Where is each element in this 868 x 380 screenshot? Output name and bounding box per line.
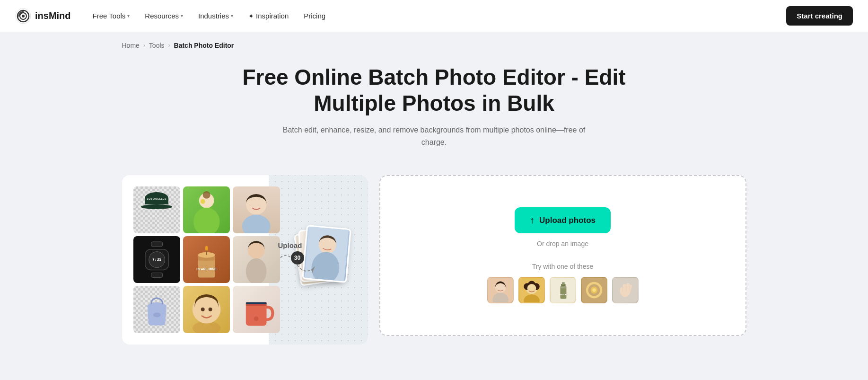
left-panel: LOS ANGELES: [122, 175, 368, 345]
sample-thumb-4[interactable]: [581, 277, 607, 303]
sample-thumbnails: PARFUM: [487, 277, 639, 303]
photo-cell-watch: 7:35: [133, 236, 180, 283]
sample-thumb-5[interactable]: [612, 277, 639, 303]
main-content: Home › Tools › Batch Photo Editor Free O…: [103, 32, 765, 345]
logo-icon: [15, 8, 31, 24]
chevron-down-icon: ▾: [127, 13, 130, 18]
logo-text: insMind: [35, 10, 71, 21]
smiling-person: [233, 186, 280, 233]
photo-cell-kid: [183, 286, 230, 333]
chevron-down-icon: ▾: [231, 13, 233, 18]
svg-point-3: [22, 15, 25, 18]
hero-subtitle: Batch edit, enhance, resize, and remove …: [283, 124, 586, 148]
svg-rect-10: [151, 242, 162, 247]
svg-point-20: [205, 246, 208, 251]
hero-section: Free Online Batch Photo Editor - Edit Mu…: [122, 57, 746, 164]
breadcrumb-tools[interactable]: Tools: [149, 42, 165, 49]
nav-item-inspiration[interactable]: ✦ Inspiration: [242, 8, 295, 24]
svg-point-54: [592, 288, 596, 292]
svg-point-44: [527, 284, 536, 293]
upload-label: Upload: [278, 241, 316, 249]
drop-text: Or drop an image: [537, 240, 588, 247]
try-sample-text: Try with one of these: [532, 263, 593, 270]
svg-point-7: [201, 199, 205, 203]
logo[interactable]: insMind: [15, 8, 71, 24]
breadcrumb-separator: ›: [168, 42, 170, 49]
sample-thumb-1[interactable]: [487, 277, 514, 303]
person-silhouette: [183, 186, 230, 233]
svg-point-26: [201, 308, 205, 311]
coffee-mug: [233, 286, 280, 333]
spark-icon: ✦: [248, 12, 254, 20]
svg-rect-49: [560, 286, 566, 289]
main-nav: Free Tools ▾ Resources ▾ Industries ▾ ✦ …: [86, 8, 787, 24]
svg-point-22: [246, 258, 267, 283]
chevron-down-icon: ▾: [181, 13, 183, 18]
photo-cell-green-jacket: [183, 186, 230, 233]
nav-item-resources[interactable]: Resources ▾: [138, 8, 190, 24]
svg-point-9: [242, 214, 271, 233]
nav-item-pricing[interactable]: Pricing: [297, 8, 332, 24]
sample-thumb-3[interactable]: PARFUM: [550, 277, 576, 303]
breadcrumb: Home › Tools › Batch Photo Editor: [122, 32, 746, 57]
photo-cell-candle: PEARL MINE: [183, 236, 230, 283]
photo-cell-bag: [133, 286, 180, 333]
svg-text:PEARL MINE: PEARL MINE: [196, 267, 217, 270]
photo-cell-hat: LOS ANGELES: [133, 186, 180, 233]
photo-cell-mug: [233, 286, 280, 333]
upload-panel: ↑ Upload photos Or drop an image Try wit…: [379, 175, 746, 336]
sample-thumb-2[interactable]: [518, 277, 545, 303]
svg-text:PARFUM: PARFUM: [559, 294, 567, 296]
breadcrumb-current: Batch Photo Editor: [174, 42, 234, 49]
svg-rect-11: [151, 273, 162, 277]
fashion-model: [233, 236, 280, 283]
svg-point-6: [203, 191, 210, 198]
svg-point-23: [153, 313, 160, 318]
breadcrumb-separator: ›: [143, 42, 145, 49]
editor-area: LOS ANGELES: [122, 175, 746, 345]
candle: PEARL MINE: [183, 236, 230, 283]
svg-marker-31: [311, 266, 315, 273]
nav-item-industries[interactable]: Industries ▾: [192, 8, 240, 24]
svg-point-5: [193, 207, 220, 233]
breadcrumb-home[interactable]: Home: [122, 42, 140, 49]
kid-face: [183, 286, 230, 333]
header: insMind Free Tools ▾ Resources ▾ Industr…: [0, 0, 868, 32]
svg-rect-48: [562, 282, 565, 285]
svg-point-27: [208, 308, 212, 311]
start-creating-button[interactable]: Start creating: [786, 6, 853, 26]
handbag: [133, 286, 180, 333]
upload-count-badge: 30: [291, 251, 304, 265]
upload-icon: ↑: [530, 215, 535, 226]
svg-text:7:35: 7:35: [152, 257, 161, 262]
svg-point-30: [254, 317, 259, 321]
photo-cell-fashion: [233, 236, 280, 283]
watch: 7:35: [133, 236, 180, 283]
page-title: Free Online Batch Photo Editor - Edit Mu…: [240, 64, 628, 116]
nav-item-free-tools[interactable]: Free Tools ▾: [86, 8, 137, 24]
upload-photos-button[interactable]: ↑ Upload photos: [515, 207, 611, 233]
photo-cell-person1: [233, 186, 280, 233]
svg-rect-29: [246, 302, 267, 304]
photo-grid: LOS ANGELES: [133, 186, 280, 333]
